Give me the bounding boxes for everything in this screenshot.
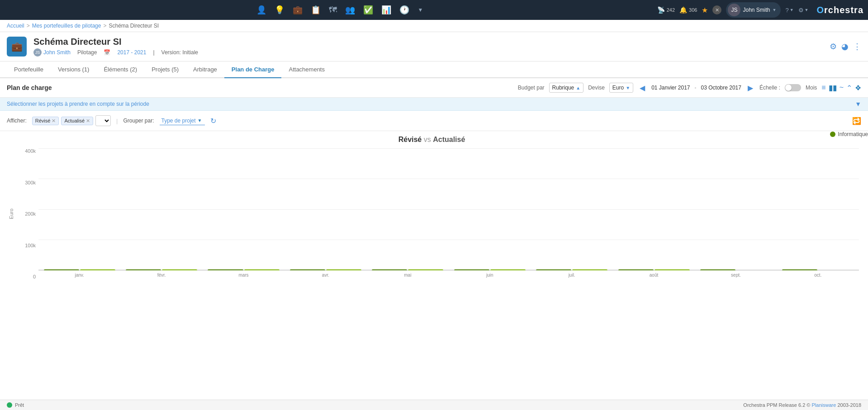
breadcrumb-current: Schéma Directeur SI	[109, 23, 159, 29]
groupby-label: Grouper par:	[123, 118, 154, 124]
groupby-caret-icon: ▼	[198, 118, 202, 123]
more-action-icon[interactable]: ⋮	[853, 42, 861, 52]
bell-icon: 🔔	[679, 6, 687, 14]
close-button[interactable]: ✕	[712, 5, 721, 14]
list-view-icon[interactable]: ≡	[821, 84, 825, 92]
month-label-août: août	[613, 273, 695, 278]
nav-icons: 👤 💡 💼 📋 🗺 👥 ✅ 📊 🕐 ▼	[23, 5, 657, 15]
page-header: ▶ 💼 Schéma Directeur SI JS John Smith Pi…	[0, 32, 868, 61]
chart-legend: Informatique	[830, 131, 868, 137]
breadcrumb-portfolios[interactable]: Mes portefeuilles de pilotage	[32, 23, 101, 29]
chevron-down-icon[interactable]: ▼	[417, 7, 423, 13]
hierarchy-icon[interactable]: 🗺	[329, 5, 337, 15]
line-chart-view-icon[interactable]: ~	[840, 84, 844, 92]
briefcase-icon[interactable]: 💼	[293, 5, 303, 15]
page-meta: JS John Smith Pilotage 📅 2017 - 2021 | V…	[33, 48, 823, 57]
devise-select[interactable]: Euro ▼	[609, 83, 633, 93]
checkbox-icon[interactable]: ✅	[363, 5, 373, 15]
avatar: JS	[728, 4, 740, 16]
star-icon[interactable]: ★	[702, 6, 708, 14]
page-header-actions: ⚙ ◕ ⋮	[830, 42, 861, 52]
afficher-dropdown[interactable]	[95, 115, 111, 126]
tab-plan-de-charge[interactable]: Plan de Charge	[224, 61, 282, 78]
tab-arbitrage[interactable]: Arbitrage	[186, 61, 224, 78]
copyright-text: Orchestra PPM Release 6.2 ©	[743, 402, 811, 408]
chart-controls: Afficher: Révisé ✕ Actualisé ✕ | Grouper…	[0, 111, 868, 131]
lightbulb-icon[interactable]: 💡	[275, 5, 285, 15]
month-label-janv.: janv.	[38, 273, 120, 278]
status-text: Prêt	[15, 402, 24, 408]
refresh-button[interactable]: ↻	[210, 117, 216, 125]
scale-value: Mois	[806, 85, 817, 91]
chart-title: Révisé vs Actualisé	[5, 136, 859, 144]
filter-chevron-icon[interactable]: ▼	[855, 100, 861, 108]
tab-elements[interactable]: Éléments (2)	[96, 61, 144, 78]
chart-bar-icon[interactable]: 📊	[381, 5, 391, 15]
legend-dot-informatique	[830, 132, 835, 137]
person-icon[interactable]: 👤	[256, 5, 266, 15]
bar-chart-view-icon[interactable]: ▮▮	[829, 84, 837, 92]
date-next-button[interactable]: ▶	[746, 84, 755, 92]
page-meta-user[interactable]: JS John Smith	[33, 48, 71, 57]
help-button[interactable]: ? ▼	[785, 7, 793, 14]
bars-container	[38, 148, 859, 270]
date-range-icon: 📅	[104, 49, 110, 56]
tag-revise-remove[interactable]: ✕	[52, 118, 56, 124]
scale-toggle[interactable]	[785, 84, 801, 91]
bell-count: 306	[689, 7, 697, 13]
user-menu[interactable]: JS John Smith ▼	[726, 2, 781, 18]
breadcrumb: Accueil > Mes portefeuilles de pilotage …	[0, 20, 868, 32]
scale-label: Échelle :	[759, 85, 780, 91]
user-name: John Smith	[743, 7, 770, 13]
month-label-mai: mai	[367, 273, 449, 278]
area-chart-view-icon[interactable]: ⌃	[846, 84, 852, 92]
group-icon[interactable]: 👥	[345, 5, 355, 15]
fullscreen-icon[interactable]: ❖	[855, 84, 861, 92]
pdc-title: Plan de charge	[7, 84, 52, 91]
chart-area: Révisé vs Actualisé Informatique Euro 40…	[0, 131, 868, 400]
rss-notification[interactable]: 📡 242	[657, 6, 675, 14]
tab-versions[interactable]: Versions (1)	[51, 61, 96, 78]
filter-link[interactable]: Sélectionner les projets à prendre en co…	[7, 101, 851, 107]
tab-projets[interactable]: Projets (5)	[144, 61, 186, 78]
chart-action-icon[interactable]: ◕	[841, 42, 849, 52]
afficher-label: Afficher:	[7, 118, 27, 124]
devise-label: Devise	[588, 85, 605, 91]
breadcrumb-home[interactable]: Accueil	[7, 23, 24, 29]
version-label: |	[153, 49, 154, 56]
export-button[interactable]: 🔁	[852, 117, 861, 125]
clock-icon[interactable]: 🕐	[399, 5, 409, 15]
y-axis: 400k 300k 200k 100k 0	[18, 148, 38, 279]
planisware-link[interactable]: Planisware	[812, 402, 836, 408]
groupby-field[interactable]: Type de projet ▼	[160, 117, 205, 125]
page-title-block: Schéma Directeur SI JS John Smith Pilota…	[33, 37, 823, 57]
tab-attachements[interactable]: Attachements	[281, 61, 332, 78]
version-value: Version: Initiale	[161, 49, 198, 56]
month-label-févr.: févr.	[120, 273, 202, 278]
settings-action-icon[interactable]: ⚙	[830, 42, 837, 52]
view-icons: ≡ ▮▮ ~ ⌃ ❖	[821, 84, 861, 92]
chart-body: janv.févr.marsavr.maijuinjuil.aoûtsept.o…	[38, 148, 859, 279]
toggle-track[interactable]	[785, 84, 801, 91]
settings-button[interactable]: ⚙ ▼	[798, 7, 809, 14]
budget-label: Budget par	[518, 85, 545, 91]
rss-icon: 📡	[657, 6, 665, 14]
clipboard-icon[interactable]: 📋	[311, 5, 321, 15]
bell-notification[interactable]: 🔔 306	[679, 6, 697, 14]
budget-select[interactable]: Rubrique ▲	[549, 83, 584, 93]
budget-caret: ▲	[576, 85, 580, 90]
toggle-thumb	[785, 85, 792, 91]
user-dropdown-arrow: ▼	[773, 8, 777, 12]
logo: Orchestra	[817, 5, 864, 15]
rss-count: 242	[667, 7, 675, 13]
month-label-oct.: oct.	[777, 273, 859, 278]
tab-bar: Portefeuille Versions (1) Éléments (2) P…	[0, 61, 868, 78]
tab-portefeuille[interactable]: Portefeuille	[7, 61, 51, 78]
date-range: 2017 - 2021	[117, 49, 146, 56]
date-prev-button[interactable]: ◀	[638, 84, 647, 92]
month-labels-row: janv.févr.marsavr.maijuinjuil.aoûtsept.o…	[38, 270, 859, 279]
tag-actualise-remove[interactable]: ✕	[86, 118, 90, 124]
date-to: 03 Octobre 2017	[701, 85, 741, 91]
pilotage-label: Pilotage	[77, 49, 97, 56]
page-title: Schéma Directeur SI	[33, 37, 823, 47]
